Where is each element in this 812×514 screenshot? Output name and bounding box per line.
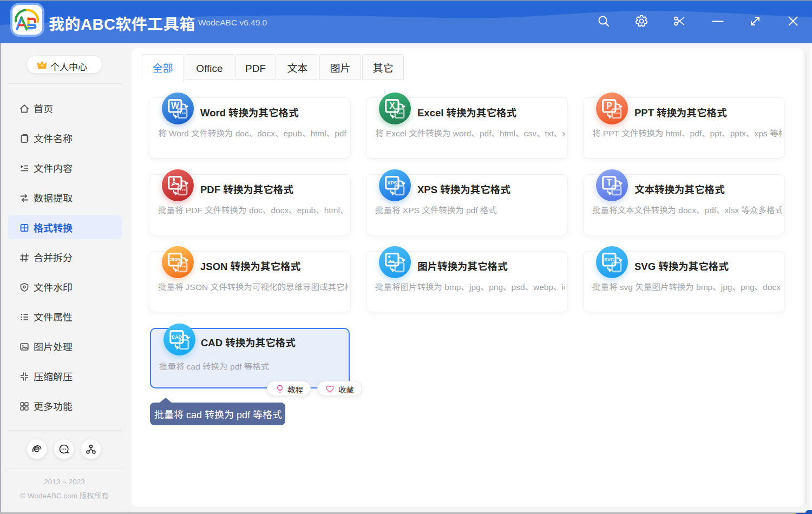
- svg-text:CAD: CAD: [172, 334, 182, 340]
- svg-text:P: P: [606, 101, 612, 110]
- svg-text:W: W: [171, 101, 179, 110]
- svg-text:X: X: [389, 101, 395, 110]
- svg-text:SVG: SVG: [604, 257, 614, 262]
- svg-text:XPS: XPS: [388, 180, 397, 186]
- svg-text:JSON: JSON: [169, 257, 180, 262]
- svg-text:T: T: [607, 178, 612, 187]
